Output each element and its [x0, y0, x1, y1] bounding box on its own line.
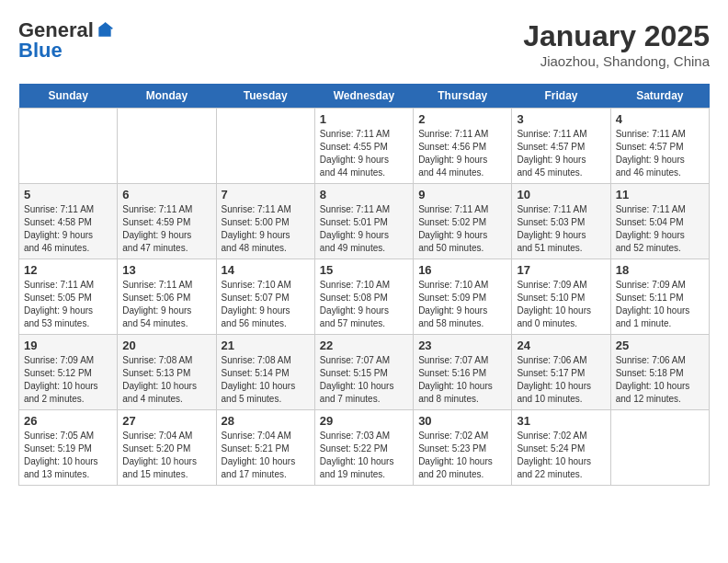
calendar-cell: 3Sunrise: 7:11 AM Sunset: 4:57 PM Daylig… — [512, 109, 610, 184]
cell-info: Sunrise: 7:11 AM Sunset: 5:06 PM Dayligh… — [122, 279, 210, 330]
week-row-4: 19Sunrise: 7:09 AM Sunset: 5:12 PM Dayli… — [19, 335, 710, 410]
day-header-row: SundayMondayTuesdayWednesdayThursdayFrid… — [19, 84, 710, 109]
day-header-friday: Friday — [512, 84, 610, 109]
calendar-cell: 12Sunrise: 7:11 AM Sunset: 5:05 PM Dayli… — [19, 259, 118, 335]
date-number: 20 — [122, 339, 210, 352]
week-row-1: 1Sunrise: 7:11 AM Sunset: 4:55 PM Daylig… — [19, 109, 710, 184]
date-number: 19 — [24, 339, 112, 352]
calendar-cell: 18Sunrise: 7:09 AM Sunset: 5:11 PM Dayli… — [610, 259, 709, 335]
calendar-cell: 22Sunrise: 7:07 AM Sunset: 5:15 PM Dayli… — [314, 335, 413, 410]
day-header-sunday: Sunday — [19, 84, 118, 109]
cell-info: Sunrise: 7:08 AM Sunset: 5:13 PM Dayligh… — [122, 354, 210, 406]
calendar-cell: 28Sunrise: 7:04 AM Sunset: 5:21 PM Dayli… — [216, 410, 314, 486]
date-number: 1 — [320, 112, 408, 126]
calendar-cell: 8Sunrise: 7:11 AM Sunset: 5:01 PM Daylig… — [314, 184, 413, 259]
week-row-2: 5Sunrise: 7:11 AM Sunset: 4:58 PM Daylig… — [19, 184, 710, 259]
date-number: 18 — [616, 263, 704, 277]
date-number: 5 — [24, 188, 112, 201]
calendar-table: SundayMondayTuesdayWednesdayThursdayFrid… — [18, 84, 710, 486]
cell-info: Sunrise: 7:09 AM Sunset: 5:11 PM Dayligh… — [616, 279, 704, 330]
logo-icon — [96, 21, 114, 40]
calendar-cell: 16Sunrise: 7:10 AM Sunset: 5:09 PM Dayli… — [414, 259, 512, 335]
date-number: 13 — [122, 263, 210, 277]
calendar-cell: 2Sunrise: 7:11 AM Sunset: 4:56 PM Daylig… — [414, 109, 512, 184]
calendar-subtitle: Jiaozhou, Shandong, China — [523, 53, 710, 69]
cell-info: Sunrise: 7:04 AM Sunset: 5:21 PM Dayligh… — [222, 430, 310, 481]
cell-info: Sunrise: 7:11 AM Sunset: 5:05 PM Dayligh… — [24, 279, 112, 330]
calendar-cell: 29Sunrise: 7:03 AM Sunset: 5:22 PM Dayli… — [314, 410, 413, 486]
date-number: 2 — [418, 112, 506, 126]
calendar-cell: 1Sunrise: 7:11 AM Sunset: 4:55 PM Daylig… — [314, 109, 413, 184]
calendar-cell: 15Sunrise: 7:10 AM Sunset: 5:08 PM Dayli… — [314, 259, 413, 335]
calendar-cell: 24Sunrise: 7:06 AM Sunset: 5:17 PM Dayli… — [512, 335, 610, 410]
cell-info: Sunrise: 7:11 AM Sunset: 5:04 PM Dayligh… — [616, 203, 704, 255]
cell-info: Sunrise: 7:03 AM Sunset: 5:22 PM Dayligh… — [320, 430, 408, 481]
calendar-cell: 27Sunrise: 7:04 AM Sunset: 5:20 PM Dayli… — [118, 410, 216, 486]
date-number: 3 — [517, 112, 605, 126]
calendar-cell: 4Sunrise: 7:11 AM Sunset: 4:57 PM Daylig… — [610, 109, 709, 184]
logo-blue: Blue — [18, 39, 63, 63]
date-number: 26 — [24, 414, 112, 428]
cell-info: Sunrise: 7:05 AM Sunset: 5:19 PM Dayligh… — [24, 430, 112, 481]
date-number: 29 — [320, 414, 408, 428]
calendar-cell: 20Sunrise: 7:08 AM Sunset: 5:13 PM Dayli… — [118, 335, 216, 410]
cell-info: Sunrise: 7:09 AM Sunset: 5:12 PM Dayligh… — [24, 354, 112, 406]
cell-info: Sunrise: 7:11 AM Sunset: 4:55 PM Dayligh… — [320, 128, 408, 179]
cell-info: Sunrise: 7:04 AM Sunset: 5:20 PM Dayligh… — [122, 430, 210, 481]
date-number: 8 — [320, 188, 408, 201]
title-block: January 2025 Jiaozhou, Shandong, China — [523, 18, 710, 69]
day-header-thursday: Thursday — [414, 84, 512, 109]
date-number: 21 — [222, 339, 310, 352]
date-number: 16 — [418, 263, 506, 277]
cell-info: Sunrise: 7:11 AM Sunset: 5:02 PM Dayligh… — [418, 203, 506, 255]
calendar-cell: 7Sunrise: 7:11 AM Sunset: 5:00 PM Daylig… — [216, 184, 314, 259]
calendar-cell: 10Sunrise: 7:11 AM Sunset: 5:03 PM Dayli… — [512, 184, 610, 259]
date-number: 9 — [418, 188, 506, 201]
date-number: 22 — [320, 339, 408, 352]
calendar-cell — [118, 109, 216, 184]
date-number: 17 — [517, 263, 605, 277]
calendar-cell: 14Sunrise: 7:10 AM Sunset: 5:07 PM Dayli… — [216, 259, 314, 335]
cell-info: Sunrise: 7:07 AM Sunset: 5:16 PM Dayligh… — [418, 354, 506, 406]
date-number: 10 — [517, 188, 605, 201]
week-row-3: 12Sunrise: 7:11 AM Sunset: 5:05 PM Dayli… — [19, 259, 710, 335]
date-number: 11 — [616, 188, 704, 201]
cell-info: Sunrise: 7:11 AM Sunset: 4:57 PM Dayligh… — [616, 128, 704, 179]
date-number: 23 — [418, 339, 506, 352]
logo: General Blue — [18, 18, 114, 63]
calendar-title: January 2025 — [523, 18, 710, 53]
date-number: 31 — [517, 414, 605, 428]
cell-info: Sunrise: 7:11 AM Sunset: 5:01 PM Dayligh… — [320, 203, 408, 255]
calendar-cell — [216, 109, 314, 184]
day-header-wednesday: Wednesday — [314, 84, 413, 109]
cell-info: Sunrise: 7:11 AM Sunset: 4:57 PM Dayligh… — [517, 128, 605, 179]
calendar-cell: 13Sunrise: 7:11 AM Sunset: 5:06 PM Dayli… — [118, 259, 216, 335]
calendar-cell: 23Sunrise: 7:07 AM Sunset: 5:16 PM Dayli… — [414, 335, 512, 410]
calendar-cell: 11Sunrise: 7:11 AM Sunset: 5:04 PM Dayli… — [610, 184, 709, 259]
cell-info: Sunrise: 7:10 AM Sunset: 5:08 PM Dayligh… — [320, 279, 408, 330]
cell-info: Sunrise: 7:08 AM Sunset: 5:14 PM Dayligh… — [222, 354, 310, 406]
calendar-cell: 9Sunrise: 7:11 AM Sunset: 5:02 PM Daylig… — [414, 184, 512, 259]
day-header-monday: Monday — [118, 84, 216, 109]
cell-info: Sunrise: 7:06 AM Sunset: 5:17 PM Dayligh… — [517, 354, 605, 406]
calendar-cell: 6Sunrise: 7:11 AM Sunset: 4:59 PM Daylig… — [118, 184, 216, 259]
cell-info: Sunrise: 7:09 AM Sunset: 5:10 PM Dayligh… — [517, 279, 605, 330]
date-number: 15 — [320, 263, 408, 277]
calendar-cell: 17Sunrise: 7:09 AM Sunset: 5:10 PM Dayli… — [512, 259, 610, 335]
cell-info: Sunrise: 7:11 AM Sunset: 5:00 PM Dayligh… — [222, 203, 310, 255]
date-number: 27 — [122, 414, 210, 428]
date-number: 28 — [222, 414, 310, 428]
cell-info: Sunrise: 7:10 AM Sunset: 5:09 PM Dayligh… — [418, 279, 506, 330]
date-number: 14 — [222, 263, 310, 277]
week-row-5: 26Sunrise: 7:05 AM Sunset: 5:19 PM Dayli… — [19, 410, 710, 486]
day-header-saturday: Saturday — [610, 84, 709, 109]
date-number: 7 — [222, 188, 310, 201]
cell-info: Sunrise: 7:02 AM Sunset: 5:23 PM Dayligh… — [418, 430, 506, 481]
calendar-cell: 25Sunrise: 7:06 AM Sunset: 5:18 PM Dayli… — [610, 335, 709, 410]
date-number: 24 — [517, 339, 605, 352]
cell-info: Sunrise: 7:10 AM Sunset: 5:07 PM Dayligh… — [222, 279, 310, 330]
calendar-cell: 26Sunrise: 7:05 AM Sunset: 5:19 PM Dayli… — [19, 410, 118, 486]
calendar-cell: 21Sunrise: 7:08 AM Sunset: 5:14 PM Dayli… — [216, 335, 314, 410]
day-header-tuesday: Tuesday — [216, 84, 314, 109]
cell-info: Sunrise: 7:02 AM Sunset: 5:24 PM Dayligh… — [517, 430, 605, 481]
